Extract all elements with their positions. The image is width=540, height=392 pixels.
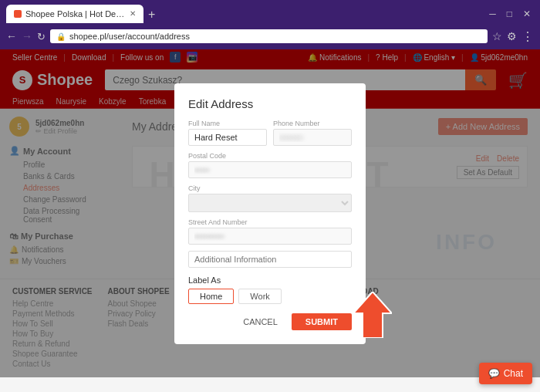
city-label: City	[188, 184, 352, 192]
arrow-decoration	[353, 292, 392, 340]
postal-code-label: Postal Code	[188, 152, 352, 160]
chat-icon: 💬	[488, 368, 500, 379]
modal-overlay: Edit Address Full Name Phone Number Post…	[0, 49, 540, 377]
maximize-icon[interactable]: □	[507, 8, 512, 19]
tab-close-icon[interactable]: ✕	[130, 9, 136, 18]
new-tab-button[interactable]: +	[148, 8, 155, 23]
city-select[interactable]	[188, 194, 352, 212]
url-bar[interactable]: shopee.pl/user/account/address	[69, 32, 190, 41]
street-input[interactable]	[188, 228, 352, 245]
edit-address-modal: Edit Address Full Name Phone Number Post…	[174, 83, 366, 344]
full-name-input[interactable]	[188, 129, 267, 146]
phone-input[interactable]	[273, 129, 352, 146]
svg-marker-11	[353, 292, 392, 338]
back-button[interactable]: ←	[6, 30, 17, 42]
lock-icon: 🔒	[56, 32, 66, 41]
phone-label: Phone Number	[273, 120, 352, 127]
close-icon[interactable]: ✕	[523, 8, 531, 19]
tab-title: Shopee Polska | Hot Deals, Best!	[25, 9, 126, 19]
minimize-icon[interactable]: ─	[489, 8, 496, 19]
chat-button[interactable]: 💬 Chat	[479, 363, 532, 384]
extensions-icon[interactable]: ⚙	[507, 30, 517, 42]
active-tab[interactable]: Shopee Polska | Hot Deals, Best! ✕	[6, 5, 143, 23]
street-label: Street And Number	[188, 218, 352, 226]
additional-input[interactable]	[188, 251, 352, 268]
home-label-button[interactable]: Home	[188, 289, 234, 304]
forward-button[interactable]: →	[22, 30, 32, 42]
chat-label: Chat	[504, 368, 523, 379]
work-label-button[interactable]: Work	[238, 289, 281, 304]
bookmark-icon[interactable]: ☆	[492, 30, 502, 42]
cancel-button[interactable]: CANCEL	[235, 313, 285, 330]
submit-button[interactable]: SUBMIT	[292, 313, 352, 330]
browser-chrome: Shopee Polska | Hot Deals, Best! ✕ + ─ □…	[0, 0, 540, 49]
modal-title: Edit Address	[188, 97, 352, 110]
full-name-label: Full Name	[188, 120, 267, 127]
postal-code-input[interactable]	[188, 161, 352, 178]
label-as-title: Label As	[188, 275, 352, 285]
refresh-button[interactable]: ↻	[37, 31, 46, 42]
menu-icon[interactable]: ⋮	[521, 29, 534, 44]
